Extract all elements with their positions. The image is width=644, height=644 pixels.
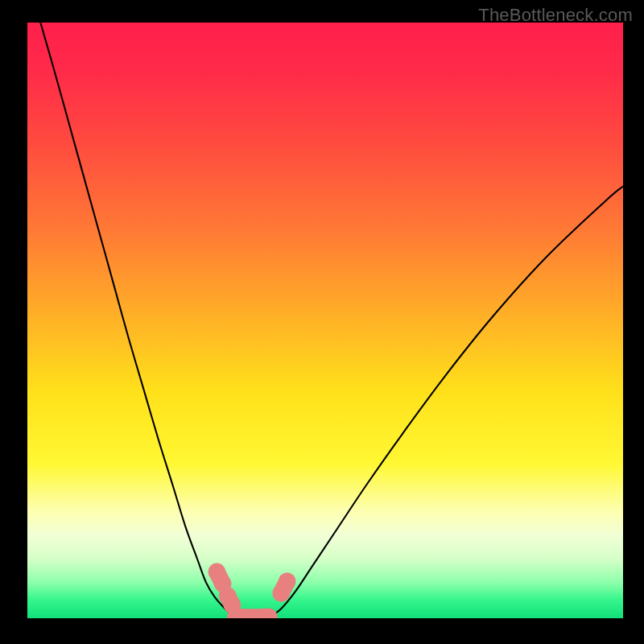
marker-pill	[281, 581, 287, 593]
chart-frame: TheBottleneck.com	[0, 0, 644, 644]
curves-layer	[27, 23, 623, 618]
plot-area	[27, 23, 623, 618]
bottom-band	[236, 617, 269, 618]
right-curve	[269, 187, 623, 617]
watermark-text: TheBottleneck.com	[478, 5, 633, 26]
marker-pill	[228, 596, 233, 605]
marker-pill	[217, 572, 222, 584]
left-curve	[40, 23, 236, 617]
